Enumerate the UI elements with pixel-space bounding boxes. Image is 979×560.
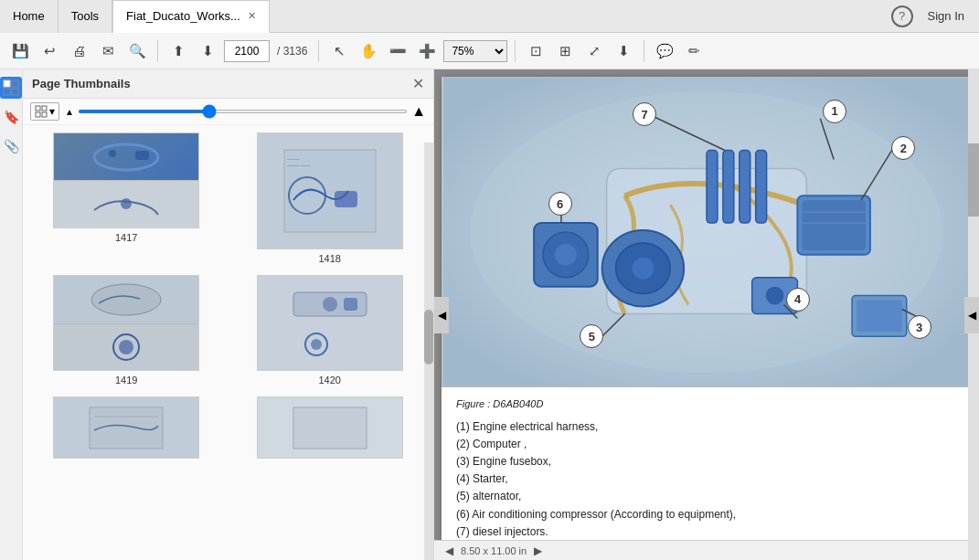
search-button[interactable]: 🔍 [124, 38, 150, 64]
email-button[interactable]: ✉ [95, 38, 121, 64]
doc-tab-label: Fiat_Ducato_Works... [126, 9, 240, 23]
svg-point-21 [323, 297, 337, 312]
svg-rect-7 [42, 112, 47, 117]
svg-text:____: ____ [286, 154, 300, 160]
svg-text:____  ___: ____ ___ [286, 161, 311, 166]
pdf-scroll-thumb[interactable] [968, 143, 979, 217]
callout-4: 4 [786, 288, 810, 312]
callout-6: 6 [548, 192, 572, 216]
pdf-viewer-panel: ◀ ◀ [434, 69, 979, 560]
pan-tool-button[interactable]: ✋ [356, 38, 381, 64]
home-tab[interactable]: Home [0, 0, 59, 33]
print-button[interactable]: 🖨 [66, 38, 91, 64]
svg-point-9 [109, 150, 116, 157]
pdf-text-content: Figure : D6AB040D (1) Engine electrical … [442, 387, 972, 540]
zoom-select[interactable]: 50% 75% 100% 125% 150% 200% [443, 40, 507, 62]
page-size-label: 8.50 x 11.00 in [461, 545, 527, 556]
thumbnail-toolbar: ▾ ▲ ▲ [23, 99, 433, 125]
description-line-2: (2) Computer , [456, 436, 957, 453]
sidebar-header: Page Thumbnails ✕ [23, 69, 433, 99]
svg-rect-4 [36, 106, 40, 111]
svg-point-33 [632, 258, 654, 280]
svg-rect-2 [4, 89, 10, 95]
main-toolbar: 💾 ↩ 🖨 ✉ 🔍 ⬆ ⬇ / 3136 ↖ ✋ ➖ ➕ 50% 75% 100… [0, 33, 979, 69]
thumbnail-1422[interactable] [234, 396, 427, 462]
thumbnail-1420-label: 1420 [319, 375, 341, 386]
fit-width-button[interactable]: ⊞ [552, 38, 578, 64]
thumbnail-1419[interactable]: 1419 [30, 275, 223, 386]
description-line-6: (6) Air conditioning compressor (Accordi… [456, 506, 957, 523]
dropdown-arrow-icon: ▾ [49, 105, 55, 118]
thumbnail-1417[interactable]: 1417 [30, 132, 223, 264]
thumbnail-1418-label: 1418 [319, 253, 341, 264]
diagram-image: 1 2 3 4 5 6 7 [442, 77, 972, 387]
tools-tab[interactable]: Tools [59, 0, 112, 33]
pdf-viewport: 1 2 3 4 5 6 7 Figure : D6AB040D (1) Engi… [434, 69, 979, 540]
svg-point-48 [555, 244, 577, 266]
svg-rect-27 [293, 407, 367, 449]
thumbnail-size-slider[interactable] [78, 110, 408, 113]
thumbnail-1417-label: 1417 [115, 232, 137, 243]
description-line-7: (7) diesel injectors. [456, 523, 957, 540]
thumbnail-1418[interactable]: ____ ____ ___ 1418 [234, 132, 427, 264]
expand-panel-button[interactable]: ◀ [964, 297, 979, 333]
size-max-icon: ▲ [411, 103, 426, 120]
callout-3: 3 [908, 315, 931, 339]
help-button[interactable]: ? [891, 5, 913, 27]
help-icon: ? [899, 9, 905, 23]
document-tab[interactable]: Fiat_Ducato_Works... ✕ [112, 0, 270, 33]
svg-rect-38 [707, 151, 718, 224]
thumbnail-grid: 1417 ____ ____ ___ [23, 125, 433, 560]
prev-arrow-icon[interactable]: ◀ [445, 544, 453, 557]
thumbnail-size-slider-container: ▲ ▲ [65, 103, 426, 120]
description-line-3: (3) Engine fusebox, [456, 453, 957, 470]
thumbnails-icon[interactable] [0, 77, 22, 99]
zoom-in-button[interactable]: ➕ [414, 38, 440, 64]
zoom-out-button[interactable]: ➖ [385, 38, 410, 64]
collapse-sidebar-button[interactable]: ◀ [434, 297, 449, 333]
main-area: 🔖 📎 Page Thumbnails ✕ ▾ ▲ ▲ [0, 69, 979, 560]
svg-rect-0 [4, 80, 10, 87]
save-button[interactable]: 💾 [7, 38, 33, 64]
page-number-input[interactable] [224, 40, 270, 62]
download-button[interactable]: ⬇ [611, 38, 636, 64]
thumbnails-panel: Page Thumbnails ✕ ▾ ▲ ▲ [23, 69, 434, 560]
svg-rect-5 [42, 106, 47, 111]
highlight-button[interactable]: ✏ [681, 38, 707, 64]
svg-point-19 [119, 340, 133, 354]
signin-button[interactable]: Sign In [928, 9, 964, 23]
svg-rect-39 [723, 151, 734, 224]
sidebar-scrollbar[interactable] [424, 143, 433, 560]
sidebar-scroll-thumb[interactable] [424, 310, 433, 365]
page-total-label: / 3136 [273, 45, 311, 58]
thumbnail-1421[interactable] [30, 396, 223, 462]
fit-page-button[interactable]: ⊡ [523, 38, 548, 64]
thumbnail-1420[interactable]: 1420 [234, 275, 427, 386]
svg-rect-10 [135, 151, 149, 160]
description-line-1: (1) Engine electrical harness, [456, 418, 957, 436]
size-min-icon: ▲ [65, 107, 74, 117]
svg-point-11 [121, 198, 132, 209]
close-tab-button[interactable]: ✕ [248, 10, 256, 22]
description-line-5: (5) alternator, [456, 488, 957, 505]
svg-point-24 [311, 339, 322, 350]
figure-caption: Figure : D6AB040D [456, 396, 957, 413]
comment-button[interactable]: 💬 [652, 38, 677, 64]
next-arrow-icon[interactable]: ▶ [534, 544, 542, 557]
thumbnail-view-button[interactable]: ▾ [30, 102, 59, 121]
prev-page-button[interactable]: ⬆ [165, 38, 191, 64]
svg-rect-35 [802, 200, 866, 250]
upload-button[interactable]: ↩ [37, 38, 62, 64]
callout-7: 7 [633, 102, 656, 126]
separator-3 [515, 40, 516, 62]
bookmarks-icon[interactable]: 🔖 [0, 106, 22, 128]
attachments-icon[interactable]: 📎 [0, 135, 22, 157]
close-sidebar-button[interactable]: ✕ [412, 75, 424, 92]
next-page-button[interactable]: ⬇ [195, 38, 220, 64]
rotate-button[interactable]: ⤢ [581, 38, 607, 64]
thumbnail-1419-label: 1419 [115, 375, 137, 386]
status-bar: ◀ 8.50 x 11.00 in ▶ [434, 540, 979, 560]
svg-rect-41 [756, 151, 767, 224]
cursor-tool-button[interactable]: ↖ [326, 38, 352, 64]
tools-tab-label: Tools [71, 9, 99, 23]
